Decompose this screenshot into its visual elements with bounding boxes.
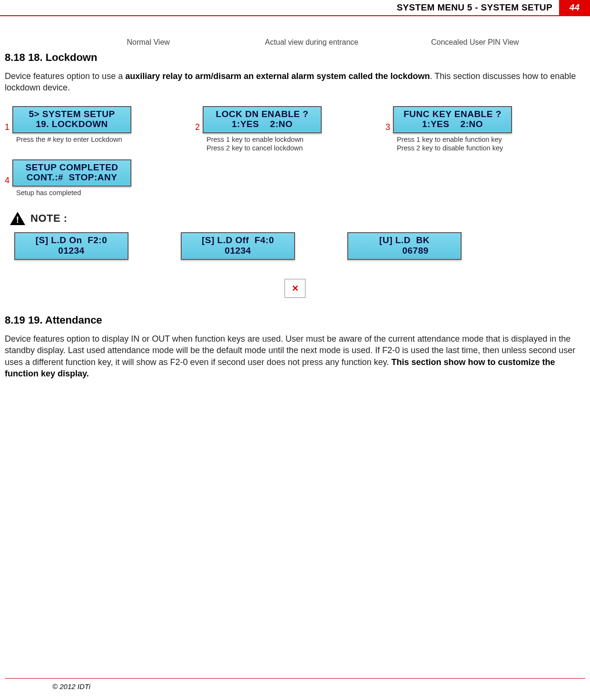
view-label-concealed: Concealed User PIN View: [393, 38, 557, 47]
step-2-number: 2: [195, 123, 200, 131]
intro-strong: auxiliary relay to arm/disarm an externa…: [125, 71, 430, 81]
note-label: NOTE :: [30, 212, 68, 225]
step-4-caption: Setup has completed: [16, 188, 81, 197]
page-header: SYSTEM MENU 5 - SYSTEM SETUP 44: [0, 0, 590, 16]
note-block: ! NOTE :: [10, 211, 585, 226]
step-1-caption: Press the # key to enter Lockdown: [16, 135, 122, 144]
step-1-lcd: 5> SYSTEM SETUP 19. LOCKDOWN: [12, 106, 131, 134]
view-label-actual: Actual view during entrance: [230, 38, 393, 47]
step-3-number: 3: [385, 123, 390, 131]
section-819-heading: 8.19 19. Attendance: [5, 314, 585, 326]
step-3-lcd: FUNC KEY ENABLE ? 1:YES 2:NO: [393, 106, 512, 134]
steps-row-1: 1 5> SYSTEM SETUP 19. LOCKDOWN Press the…: [5, 106, 585, 153]
step-1-number: 1: [5, 123, 10, 131]
page-footer: © 2012 IDTi: [5, 678, 585, 690]
view-label-normal: Normal View: [67, 38, 230, 47]
header-spacer: [0, 0, 390, 15]
note-lcd-3: [U] L.D BK 06789: [347, 232, 462, 260]
view-labels-row: Normal View Actual view during entrance …: [67, 38, 557, 47]
section-819-body: Device features option to display IN or …: [5, 333, 585, 379]
step-3-caption: Press 1 key to enable function key Press…: [397, 135, 503, 152]
note-lcd-row: [S] L.D On F2:0 01234 [S] L.D Off F4:0 0…: [14, 232, 585, 260]
step-4-number: 4: [5, 176, 10, 185]
step-2-lcd: LOCK DN ENABLE ? 1:YES 2:NO: [203, 106, 322, 134]
broken-image-icon: ✕: [285, 279, 305, 298]
step-2: 2 LOCK DN ENABLE ? 1:YES 2:NO Press 1 ke…: [195, 106, 352, 153]
broken-image-x-icon: ✕: [292, 283, 299, 294]
step-1: 1 5> SYSTEM SETUP 19. LOCKDOWN Press the…: [5, 106, 162, 144]
step-3: 3 FUNC KEY ENABLE ? 1:YES 2:NO Press 1 k…: [385, 106, 542, 153]
step-4-lcd: SETUP COMPLETED CONT.:# STOP:ANY: [12, 159, 131, 187]
warning-icon: !: [10, 211, 26, 226]
steps-row-2: 4 SETUP COMPLETED CONT.:# STOP:ANY Setup…: [5, 159, 585, 197]
step-2-caption: Press 1 key to enable lockdown Press 2 k…: [206, 135, 304, 152]
svg-text:!: !: [16, 215, 19, 225]
intro-pre: Device features option to use a: [5, 71, 125, 81]
note-lcd-2: [S] L.D Off F4:0 01234: [181, 232, 295, 260]
section-818-intro: Device features option to use a auxiliar…: [5, 70, 585, 94]
note-lcd-1: [S] L.D On F2:0 01234: [14, 232, 128, 260]
header-page-number: 44: [559, 0, 590, 15]
header-title: SYSTEM MENU 5 - SYSTEM SETUP: [390, 0, 559, 15]
section-818-heading: 8.18 18. Lockdown: [5, 51, 585, 64]
step-4: 4 SETUP COMPLETED CONT.:# STOP:ANY Setup…: [5, 159, 162, 197]
